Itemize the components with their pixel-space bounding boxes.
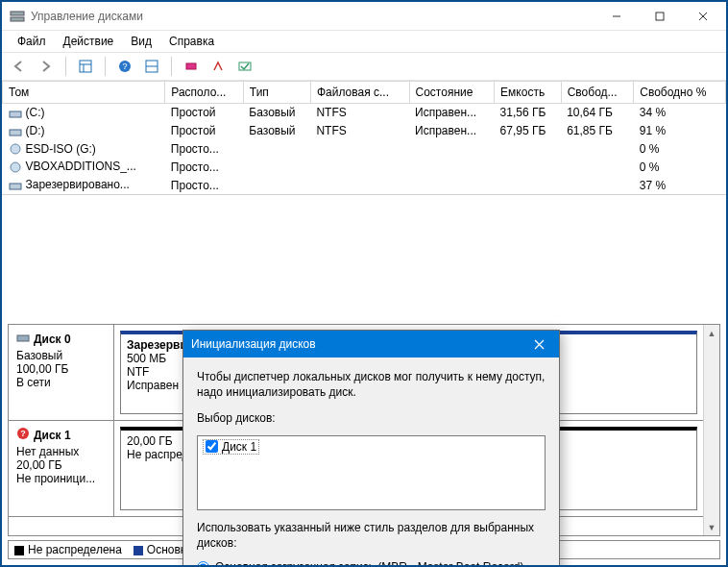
maximize-button[interactable] bbox=[638, 3, 681, 30]
column-header[interactable]: Том bbox=[3, 82, 165, 104]
disk-type: Базовый bbox=[16, 349, 106, 362]
style-label: Использовать указанный ниже стиль раздел… bbox=[197, 520, 546, 551]
tool-button-3[interactable] bbox=[233, 55, 256, 78]
table-cell: 0 % bbox=[634, 140, 726, 159]
disk-checkbox-1[interactable] bbox=[206, 440, 218, 453]
volume-icon bbox=[9, 160, 22, 174]
table-cell bbox=[243, 158, 310, 176]
partition-size: 500 МБ NTF bbox=[127, 352, 166, 379]
table-row[interactable]: Зарезервировано...Просто...37 % bbox=[3, 176, 726, 194]
menu-view[interactable]: Вид bbox=[123, 33, 159, 50]
disk-option-1[interactable]: Диск 1 bbox=[203, 439, 259, 455]
table-cell bbox=[310, 158, 409, 176]
table-cell: Базовый bbox=[243, 104, 310, 122]
volume-table: ТомРасполо...ТипФайловая с...СостояниеЕм… bbox=[2, 81, 726, 194]
layout-button[interactable] bbox=[74, 55, 97, 78]
table-cell: Исправен... bbox=[409, 104, 495, 122]
svg-text:?: ? bbox=[20, 429, 26, 438]
table-row[interactable]: (D:)ПростойБазовыйNTFSИсправен...67,95 Г… bbox=[3, 122, 726, 140]
svg-rect-0 bbox=[11, 12, 24, 15]
back-button[interactable] bbox=[8, 55, 31, 78]
svg-point-17 bbox=[11, 144, 20, 154]
table-row[interactable]: VBOXADDITIONS_...Просто...0 % bbox=[3, 158, 726, 176]
table-row[interactable]: (C:)ПростойБазовыйNTFSИсправен...31,56 Г… bbox=[3, 104, 726, 122]
legend-item: Не распределена bbox=[14, 543, 122, 556]
table-row[interactable]: ESD-ISO (G:)Просто...0 % bbox=[3, 140, 726, 159]
table-cell: 37 % bbox=[634, 176, 726, 194]
table-cell bbox=[495, 140, 562, 159]
table-cell bbox=[561, 140, 634, 159]
svg-point-18 bbox=[11, 162, 20, 172]
table-cell: Базовый bbox=[243, 122, 310, 140]
dialog-intro: Чтобы диспетчер локальных дисков мог пол… bbox=[197, 369, 546, 400]
table-cell: 67,95 ГБ bbox=[495, 122, 562, 140]
dialog-titlebar[interactable]: Инициализация дисков bbox=[183, 331, 559, 357]
minimize-button[interactable] bbox=[595, 3, 638, 30]
svg-rect-3 bbox=[656, 12, 664, 20]
disk-info[interactable]: Диск 0Базовый100,00 ГБВ сети bbox=[9, 325, 114, 420]
close-button[interactable] bbox=[681, 3, 724, 30]
legend-swatch bbox=[133, 546, 143, 555]
table-cell: 10,64 ГБ bbox=[561, 104, 634, 122]
column-header[interactable]: Располо... bbox=[165, 82, 244, 104]
disk-title: Диск 0 bbox=[34, 333, 71, 346]
disk-icon: ? bbox=[16, 427, 30, 443]
disk-status: Не проиници... bbox=[16, 472, 106, 485]
column-header[interactable]: Емкость bbox=[495, 82, 562, 104]
scroll-up-icon[interactable]: ▲ bbox=[704, 325, 720, 341]
mbr-radio[interactable] bbox=[197, 561, 209, 567]
settings-button[interactable] bbox=[140, 55, 163, 78]
disk-select-list[interactable]: Диск 1 bbox=[197, 435, 546, 510]
disk-icon bbox=[16, 331, 30, 347]
table-cell bbox=[495, 158, 562, 176]
init-disk-dialog: Инициализация дисков Чтобы диспетчер лок… bbox=[182, 330, 560, 567]
svg-rect-13 bbox=[186, 63, 196, 69]
table-cell: NTFS bbox=[310, 122, 409, 140]
table-cell: Просто... bbox=[165, 140, 244, 159]
forward-button[interactable] bbox=[35, 55, 58, 78]
volume-icon bbox=[9, 125, 22, 138]
legend-label: Не распределена bbox=[28, 543, 122, 556]
svg-rect-19 bbox=[10, 184, 21, 189]
dialog-close-button[interactable] bbox=[519, 331, 559, 357]
table-cell: 61,85 ГБ bbox=[561, 122, 634, 140]
scrollbar-vertical[interactable]: ▲ ▼ bbox=[703, 325, 719, 535]
menu-help[interactable]: Справка bbox=[161, 33, 222, 50]
disk-title: Диск 1 bbox=[34, 429, 71, 442]
disk-size: 20,00 ГБ bbox=[16, 458, 106, 472]
column-header[interactable]: Свобод... bbox=[561, 82, 634, 104]
svg-rect-16 bbox=[10, 130, 21, 136]
mbr-option[interactable]: Основная загрузочная запись (MBR - Maste… bbox=[197, 560, 546, 567]
table-cell: 34 % bbox=[634, 104, 726, 122]
column-header[interactable]: Файловая с... bbox=[310, 82, 409, 104]
legend-swatch bbox=[14, 546, 24, 555]
disk-mgmt-icon bbox=[10, 9, 25, 24]
tool-button-2[interactable] bbox=[206, 55, 230, 78]
volume-icon bbox=[9, 142, 22, 156]
select-label: Выбор дисков: bbox=[197, 410, 546, 426]
table-cell bbox=[495, 176, 562, 194]
partition-name: Зарезерви bbox=[127, 338, 187, 352]
table-cell bbox=[561, 176, 634, 194]
table-cell: Просто... bbox=[165, 176, 244, 194]
partition-size: 20,00 ГБ bbox=[127, 434, 173, 448]
menu-file[interactable]: Файл bbox=[10, 33, 54, 50]
column-header[interactable]: Свободно % bbox=[634, 82, 726, 104]
column-header[interactable]: Состояние bbox=[409, 82, 495, 104]
volume-icon bbox=[9, 107, 22, 120]
column-header[interactable]: Тип bbox=[243, 82, 310, 104]
disk-info[interactable]: ?Диск 1Нет данных20,00 ГБНе проиници... bbox=[9, 421, 114, 516]
disk-type: Нет данных bbox=[16, 445, 106, 458]
table-cell bbox=[310, 176, 409, 194]
table-cell bbox=[243, 176, 310, 194]
menu-action[interactable]: Действие bbox=[56, 33, 122, 50]
svg-rect-15 bbox=[10, 111, 21, 117]
table-cell bbox=[409, 140, 495, 159]
svg-rect-1 bbox=[11, 17, 24, 21]
table-cell: Просто... bbox=[165, 158, 244, 176]
scroll-down-icon[interactable]: ▼ bbox=[704, 519, 720, 535]
tool-button-1[interactable] bbox=[180, 55, 203, 78]
help-button[interactable]: ? bbox=[113, 55, 136, 78]
table-cell: (D:) bbox=[3, 122, 165, 140]
table-cell bbox=[409, 158, 495, 176]
